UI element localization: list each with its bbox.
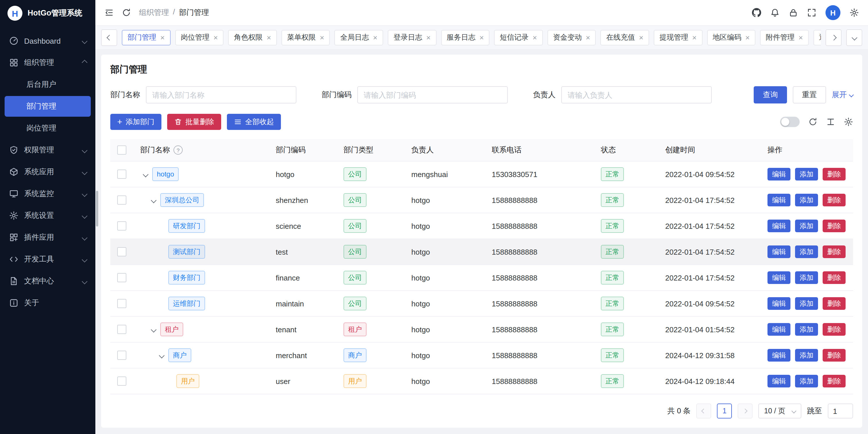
- reset-button[interactable]: 重置: [793, 86, 826, 104]
- table-row[interactable]: 深圳总公司 shenzhen 公司 hotgo 15888888888 正常 2…: [110, 187, 853, 213]
- sidebar-item[interactable]: 文档中心: [0, 270, 95, 292]
- department-name-tag[interactable]: 研发部门: [168, 219, 205, 233]
- expand-icon[interactable]: [151, 197, 157, 203]
- delete-button[interactable]: 删除: [823, 349, 846, 361]
- sidebar-item[interactable]: 插件应用: [0, 227, 95, 248]
- tab-close-icon[interactable]: ×: [745, 34, 750, 41]
- help-icon[interactable]: ?: [174, 145, 183, 155]
- row-checkbox[interactable]: [117, 247, 126, 256]
- edit-button[interactable]: 编辑: [768, 297, 790, 310]
- tab[interactable]: 提现管理 ×: [654, 30, 702, 45]
- edit-button[interactable]: 编辑: [768, 168, 790, 180]
- filter-input[interactable]: [561, 86, 712, 104]
- add-button[interactable]: 添加: [795, 375, 818, 387]
- jump-input[interactable]: [828, 404, 853, 418]
- tab[interactable]: 短信记录 ×: [494, 30, 542, 45]
- edit-button[interactable]: 编辑: [768, 375, 790, 387]
- bell-icon[interactable]: [770, 8, 779, 17]
- sidebar-item[interactable]: 开发工具: [0, 248, 95, 270]
- delete-button[interactable]: 删除: [823, 245, 846, 258]
- row-checkbox[interactable]: [117, 377, 126, 386]
- delete-button[interactable]: 删除: [823, 375, 846, 387]
- tab-close-icon[interactable]: ×: [586, 34, 590, 41]
- table-row[interactable]: 商户 merchant 商户 hotgo 15888888888 正常 2024…: [110, 343, 853, 369]
- fullscreen-icon[interactable]: [807, 8, 816, 17]
- add-department-button[interactable]: + 添加部门: [110, 114, 161, 130]
- batch-delete-button[interactable]: 批量删除: [167, 114, 221, 130]
- sidebar-item[interactable]: 系统设置: [0, 205, 95, 227]
- table-row[interactable]: hotgo hotgo 公司 mengshuai 15303830571 正常 …: [110, 162, 853, 187]
- refresh-icon[interactable]: [808, 117, 817, 126]
- filter-input[interactable]: [357, 86, 508, 104]
- row-checkbox[interactable]: [117, 325, 126, 334]
- tab[interactable]: 资金变动 ×: [548, 30, 596, 45]
- edit-button[interactable]: 编辑: [768, 271, 790, 284]
- striped-toggle[interactable]: [780, 117, 800, 127]
- tab-close-icon[interactable]: ×: [532, 34, 537, 41]
- delete-button[interactable]: 删除: [823, 194, 846, 206]
- expand-toggle[interactable]: 展开: [832, 90, 853, 100]
- delete-button[interactable]: 删除: [823, 297, 846, 310]
- tab[interactable]: 地区编码 ×: [707, 30, 755, 45]
- tab[interactable]: 附件管理 ×: [760, 30, 809, 45]
- table-row[interactable]: 用户 user 用户 hotgo 15888888888 正常 2024-04-…: [110, 369, 853, 394]
- department-name-tag[interactable]: 用户: [176, 374, 199, 388]
- add-button[interactable]: 添加: [795, 271, 818, 284]
- department-name-tag[interactable]: 深圳总公司: [160, 193, 204, 207]
- collapse-all-button[interactable]: 全部收起: [227, 114, 281, 130]
- lock-icon[interactable]: [789, 8, 798, 17]
- table-row[interactable]: 运维部门 maintain 公司 hotgo 15888888888 正常 20…: [110, 291, 853, 317]
- settings-icon[interactable]: [849, 8, 859, 17]
- sidebar-item[interactable]: 系统监控: [0, 183, 95, 205]
- edit-button[interactable]: 编辑: [768, 349, 790, 361]
- department-name-tag[interactable]: hotgo: [152, 167, 179, 181]
- department-name-tag[interactable]: 运维部门: [168, 297, 205, 311]
- row-checkbox[interactable]: [117, 221, 126, 231]
- scrollbar-thumb[interactable]: [96, 191, 98, 227]
- delete-button[interactable]: 删除: [823, 168, 846, 180]
- text-height-icon[interactable]: [826, 117, 835, 126]
- expand-icon[interactable]: [143, 171, 149, 177]
- tab-close-icon[interactable]: ×: [692, 34, 696, 41]
- tab-close-icon[interactable]: ×: [479, 34, 484, 41]
- table-row[interactable]: 租户 tenant 租户 hotgo 15888888888 正常 2022-0…: [110, 317, 853, 343]
- tab[interactable]: 登录日志 ×: [388, 30, 436, 45]
- tab[interactable]: 菜单权限 ×: [281, 30, 330, 45]
- search-button[interactable]: 查询: [754, 86, 787, 104]
- prev-page-button[interactable]: [696, 404, 711, 418]
- tab[interactable]: 通知公告 ×: [813, 30, 821, 45]
- row-checkbox[interactable]: [117, 170, 126, 179]
- tab[interactable]: 在线充值 ×: [600, 30, 649, 45]
- add-button[interactable]: 添加: [795, 245, 818, 258]
- add-button[interactable]: 添加: [795, 297, 818, 310]
- tab-close-icon[interactable]: ×: [267, 34, 271, 41]
- sidebar-item[interactable]: 系统应用: [0, 161, 95, 183]
- row-checkbox[interactable]: [117, 351, 126, 360]
- user-avatar[interactable]: H: [826, 5, 840, 20]
- sidebar-item[interactable]: 岗位管理: [0, 117, 95, 139]
- add-button[interactable]: 添加: [795, 168, 818, 180]
- tabs-dropdown-button[interactable]: [846, 29, 862, 46]
- tab[interactable]: 全局日志 ×: [335, 30, 383, 45]
- add-button[interactable]: 添加: [795, 323, 818, 336]
- row-checkbox[interactable]: [117, 299, 126, 308]
- tab-close-icon[interactable]: ×: [320, 34, 324, 41]
- row-checkbox[interactable]: [117, 196, 126, 205]
- tab-close-icon[interactable]: ×: [160, 34, 164, 41]
- tabs-scroll-left-button[interactable]: [101, 29, 117, 46]
- add-button[interactable]: 添加: [795, 349, 818, 361]
- sidebar-item[interactable]: 权限管理: [0, 139, 95, 161]
- select-all-checkbox[interactable]: [117, 145, 126, 155]
- tab[interactable]: 角色权限 ×: [228, 30, 277, 45]
- department-name-tag[interactable]: 租户: [160, 322, 183, 336]
- gear-icon[interactable]: [844, 117, 853, 126]
- sidebar-item[interactable]: 组织管理: [0, 52, 95, 74]
- app-logo[interactable]: H HotGo管理系统: [0, 0, 95, 26]
- table-row[interactable]: 研发部门 science 公司 hotgo 15888888888 正常 202…: [110, 213, 853, 239]
- sidebar-item[interactable]: Dashboard: [0, 30, 95, 52]
- row-checkbox[interactable]: [117, 273, 126, 282]
- menu-fold-icon[interactable]: [104, 8, 114, 17]
- expand-icon[interactable]: [159, 352, 164, 358]
- add-button[interactable]: 添加: [795, 194, 818, 206]
- breadcrumb-parent[interactable]: 组织管理: [139, 7, 169, 18]
